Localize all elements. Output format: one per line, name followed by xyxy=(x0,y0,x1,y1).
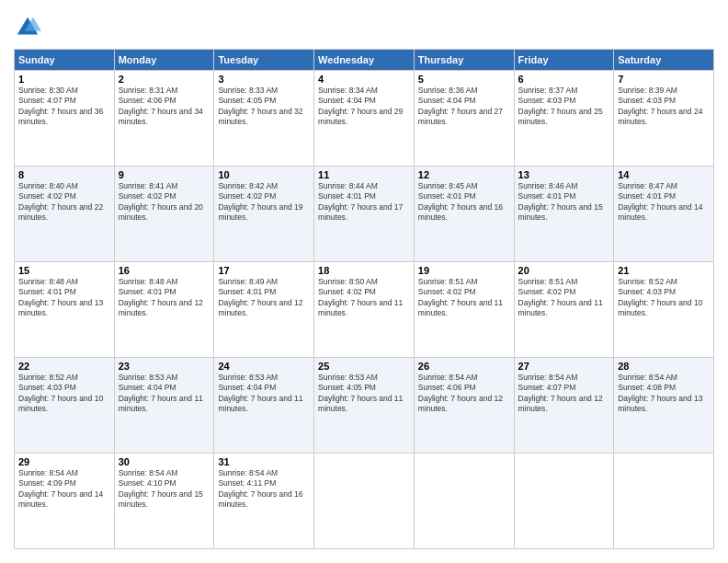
day-number: 22 xyxy=(18,361,110,372)
day-cell: 11 Sunrise: 8:44 AM Sunset: 4:01 PM Dayl… xyxy=(314,167,415,262)
day-cell: 30 Sunrise: 8:54 AM Sunset: 4:10 PM Dayl… xyxy=(114,454,214,549)
day-number: 7 xyxy=(618,74,710,85)
day-number: 6 xyxy=(518,74,610,85)
day-cell: 5 Sunrise: 8:36 AM Sunset: 4:04 PM Dayli… xyxy=(414,71,514,167)
day-info: Sunrise: 8:30 AM Sunset: 4:07 PM Dayligh… xyxy=(18,86,110,128)
day-cell: 22 Sunrise: 8:52 AM Sunset: 4:03 PM Dayl… xyxy=(15,358,115,454)
calendar-table: Sunday Monday Tuesday Wednesday Thursday… xyxy=(14,49,714,549)
day-cell: 28 Sunrise: 8:54 AM Sunset: 4:08 PM Dayl… xyxy=(614,358,714,454)
day-cell: 29 Sunrise: 8:54 AM Sunset: 4:09 PM Dayl… xyxy=(15,454,115,549)
day-info: Sunrise: 8:53 AM Sunset: 4:04 PM Dayligh… xyxy=(119,373,210,415)
day-info: Sunrise: 8:52 AM Sunset: 4:03 PM Dayligh… xyxy=(18,373,110,415)
day-number: 4 xyxy=(318,74,410,85)
day-cell: 26 Sunrise: 8:54 AM Sunset: 4:06 PM Dayl… xyxy=(414,358,514,454)
col-tuesday: Tuesday xyxy=(214,50,314,71)
day-number: 23 xyxy=(119,361,210,372)
day-number: 29 xyxy=(18,456,110,467)
day-number: 17 xyxy=(218,265,310,276)
day-cell: 21 Sunrise: 8:52 AM Sunset: 4:03 PM Dayl… xyxy=(614,262,714,358)
day-info: Sunrise: 8:46 AM Sunset: 4:01 PM Dayligh… xyxy=(518,181,610,224)
week-row-4: 22 Sunrise: 8:52 AM Sunset: 4:03 PM Dayl… xyxy=(15,358,714,454)
day-number: 26 xyxy=(418,361,510,372)
day-cell: 3 Sunrise: 8:33 AM Sunset: 4:05 PM Dayli… xyxy=(214,71,314,167)
header-row: Sunday Monday Tuesday Wednesday Thursday… xyxy=(15,50,714,71)
day-cell xyxy=(414,454,514,549)
day-info: Sunrise: 8:50 AM Sunset: 4:02 PM Dayligh… xyxy=(318,277,410,319)
day-cell: 24 Sunrise: 8:53 AM Sunset: 4:04 PM Dayl… xyxy=(214,358,314,454)
day-number: 9 xyxy=(119,169,210,180)
header xyxy=(14,14,714,41)
day-info: Sunrise: 8:34 AM Sunset: 4:04 PM Dayligh… xyxy=(318,86,410,128)
day-cell: 25 Sunrise: 8:53 AM Sunset: 4:05 PM Dayl… xyxy=(314,358,415,454)
day-cell: 10 Sunrise: 8:42 AM Sunset: 4:02 PM Dayl… xyxy=(214,167,314,262)
col-monday: Monday xyxy=(114,50,214,71)
logo-icon xyxy=(14,14,41,41)
day-info: Sunrise: 8:37 AM Sunset: 4:03 PM Dayligh… xyxy=(518,86,610,128)
day-number: 27 xyxy=(518,361,610,372)
day-number: 24 xyxy=(218,361,310,372)
day-info: Sunrise: 8:42 AM Sunset: 4:02 PM Dayligh… xyxy=(218,181,310,224)
day-info: Sunrise: 8:45 AM Sunset: 4:01 PM Dayligh… xyxy=(418,181,510,224)
day-number: 13 xyxy=(518,169,610,180)
day-info: Sunrise: 8:54 AM Sunset: 4:09 PM Dayligh… xyxy=(18,468,110,511)
day-cell: 15 Sunrise: 8:48 AM Sunset: 4:01 PM Dayl… xyxy=(15,262,115,358)
day-info: Sunrise: 8:49 AM Sunset: 4:01 PM Dayligh… xyxy=(218,277,310,319)
day-cell: 17 Sunrise: 8:49 AM Sunset: 4:01 PM Dayl… xyxy=(214,262,314,358)
week-row-2: 8 Sunrise: 8:40 AM Sunset: 4:02 PM Dayli… xyxy=(15,167,714,262)
day-cell: 16 Sunrise: 8:48 AM Sunset: 4:01 PM Dayl… xyxy=(114,262,214,358)
day-info: Sunrise: 8:53 AM Sunset: 4:05 PM Dayligh… xyxy=(318,373,410,415)
col-saturday: Saturday xyxy=(614,50,714,71)
day-number: 18 xyxy=(318,265,410,276)
calendar-header: Sunday Monday Tuesday Wednesday Thursday… xyxy=(15,50,714,71)
day-info: Sunrise: 8:40 AM Sunset: 4:02 PM Dayligh… xyxy=(18,181,110,224)
day-number: 2 xyxy=(119,74,210,85)
day-info: Sunrise: 8:53 AM Sunset: 4:04 PM Dayligh… xyxy=(218,373,310,415)
day-cell: 14 Sunrise: 8:47 AM Sunset: 4:01 PM Dayl… xyxy=(614,167,714,262)
week-row-5: 29 Sunrise: 8:54 AM Sunset: 4:09 PM Dayl… xyxy=(15,454,714,549)
day-number: 30 xyxy=(119,456,210,467)
day-info: Sunrise: 8:41 AM Sunset: 4:02 PM Dayligh… xyxy=(119,181,210,224)
day-cell: 1 Sunrise: 8:30 AM Sunset: 4:07 PM Dayli… xyxy=(15,71,115,167)
day-cell: 12 Sunrise: 8:45 AM Sunset: 4:01 PM Dayl… xyxy=(414,167,514,262)
day-number: 25 xyxy=(318,361,410,372)
day-info: Sunrise: 8:36 AM Sunset: 4:04 PM Dayligh… xyxy=(418,86,510,128)
day-cell: 19 Sunrise: 8:51 AM Sunset: 4:02 PM Dayl… xyxy=(414,262,514,358)
day-info: Sunrise: 8:54 AM Sunset: 4:07 PM Dayligh… xyxy=(518,373,610,415)
day-cell: 4 Sunrise: 8:34 AM Sunset: 4:04 PM Dayli… xyxy=(314,71,415,167)
col-friday: Friday xyxy=(514,50,614,71)
day-cell xyxy=(314,454,415,549)
day-number: 21 xyxy=(618,265,710,276)
day-info: Sunrise: 8:39 AM Sunset: 4:03 PM Dayligh… xyxy=(618,86,710,128)
day-number: 19 xyxy=(418,265,510,276)
day-number: 14 xyxy=(618,169,710,180)
page: Sunday Monday Tuesday Wednesday Thursday… xyxy=(0,0,728,563)
day-info: Sunrise: 8:51 AM Sunset: 4:02 PM Dayligh… xyxy=(418,277,510,319)
day-cell: 13 Sunrise: 8:46 AM Sunset: 4:01 PM Dayl… xyxy=(514,167,614,262)
day-cell xyxy=(614,454,714,549)
day-number: 3 xyxy=(218,74,310,85)
day-info: Sunrise: 8:52 AM Sunset: 4:03 PM Dayligh… xyxy=(618,277,710,319)
day-info: Sunrise: 8:48 AM Sunset: 4:01 PM Dayligh… xyxy=(119,277,210,319)
day-number: 11 xyxy=(318,169,410,180)
day-info: Sunrise: 8:47 AM Sunset: 4:01 PM Dayligh… xyxy=(618,181,710,224)
col-thursday: Thursday xyxy=(414,50,514,71)
day-info: Sunrise: 8:54 AM Sunset: 4:11 PM Dayligh… xyxy=(218,468,310,511)
day-info: Sunrise: 8:51 AM Sunset: 4:02 PM Dayligh… xyxy=(518,277,610,319)
day-cell: 31 Sunrise: 8:54 AM Sunset: 4:11 PM Dayl… xyxy=(214,454,314,549)
day-cell: 20 Sunrise: 8:51 AM Sunset: 4:02 PM Dayl… xyxy=(514,262,614,358)
day-cell: 6 Sunrise: 8:37 AM Sunset: 4:03 PM Dayli… xyxy=(514,71,614,167)
day-info: Sunrise: 8:33 AM Sunset: 4:05 PM Dayligh… xyxy=(218,86,310,128)
col-wednesday: Wednesday xyxy=(314,50,415,71)
day-cell: 8 Sunrise: 8:40 AM Sunset: 4:02 PM Dayli… xyxy=(15,167,115,262)
logo xyxy=(14,14,45,41)
day-number: 10 xyxy=(218,169,310,180)
day-info: Sunrise: 8:44 AM Sunset: 4:01 PM Dayligh… xyxy=(318,181,410,224)
week-row-1: 1 Sunrise: 8:30 AM Sunset: 4:07 PM Dayli… xyxy=(15,71,714,167)
day-info: Sunrise: 8:31 AM Sunset: 4:06 PM Dayligh… xyxy=(119,86,210,128)
day-cell xyxy=(514,454,614,549)
day-info: Sunrise: 8:54 AM Sunset: 4:08 PM Dayligh… xyxy=(618,373,710,415)
day-cell: 2 Sunrise: 8:31 AM Sunset: 4:06 PM Dayli… xyxy=(114,71,214,167)
day-cell: 18 Sunrise: 8:50 AM Sunset: 4:02 PM Dayl… xyxy=(314,262,415,358)
week-row-3: 15 Sunrise: 8:48 AM Sunset: 4:01 PM Dayl… xyxy=(15,262,714,358)
day-number: 16 xyxy=(119,265,210,276)
